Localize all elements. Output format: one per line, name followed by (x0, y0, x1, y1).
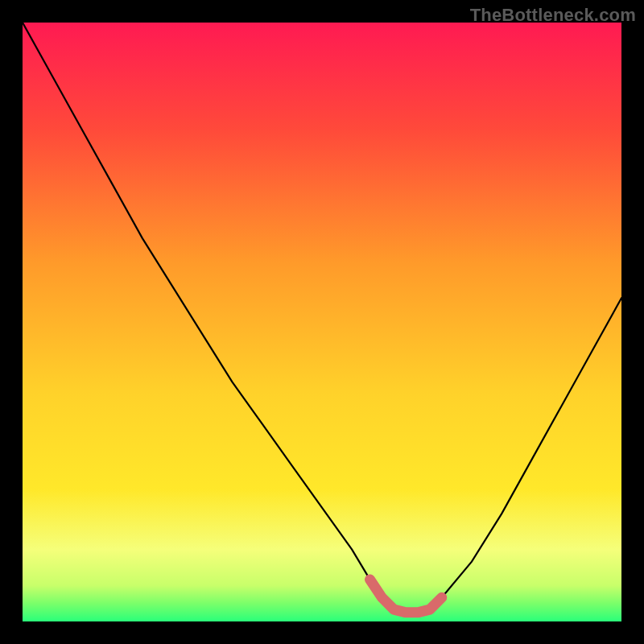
bottleneck-chart (23, 23, 621, 621)
plot-area (23, 23, 621, 621)
gradient-background (23, 23, 621, 621)
chart-frame: TheBottleneck.com (0, 0, 644, 644)
watermark-text: TheBottleneck.com (470, 5, 636, 26)
